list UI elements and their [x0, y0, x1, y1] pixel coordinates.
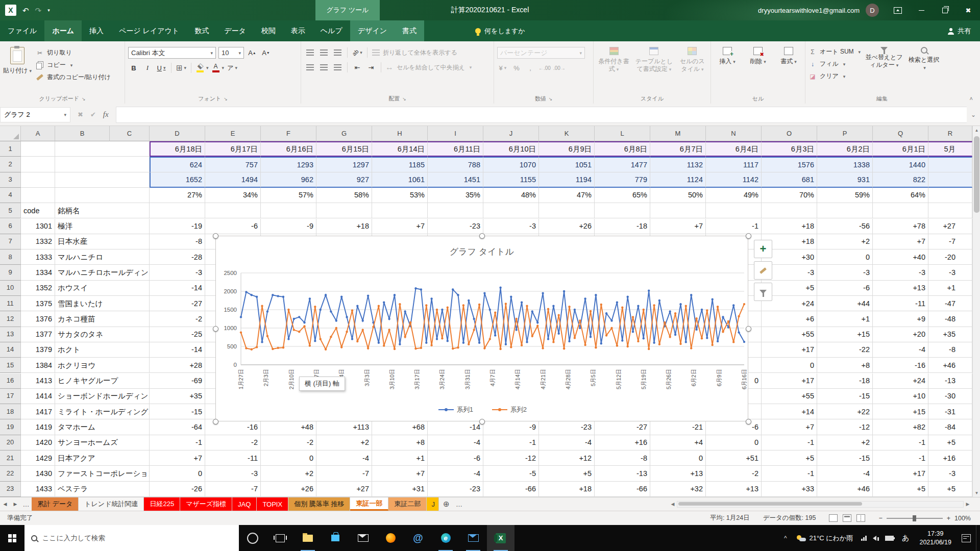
cell-A6[interactable]: 1301: [21, 219, 55, 234]
cell-L4[interactable]: 65%: [595, 188, 650, 203]
sheet-tab-7[interactable]: 個別 騰落率 推移: [288, 497, 350, 511]
cell-F5[interactable]: [261, 203, 316, 218]
cell-M4[interactable]: 50%: [650, 188, 706, 203]
cell-M21[interactable]: 0: [650, 450, 706, 466]
cell-B14[interactable]: ホクト: [55, 342, 150, 358]
row-header-22[interactable]: 22: [0, 466, 21, 481]
close-button[interactable]: ✖: [957, 0, 980, 20]
col-header-H[interactable]: H: [372, 126, 428, 141]
cell-D17[interactable]: +35: [150, 389, 205, 404]
cell-R21[interactable]: +16: [928, 450, 972, 466]
cell-Q18[interactable]: +15: [873, 404, 928, 419]
insert-cells-button[interactable]: + 挿入▾: [714, 43, 741, 94]
cell-A18[interactable]: 1417: [21, 404, 55, 419]
col-header-F[interactable]: F: [261, 126, 316, 141]
firefox-button[interactable]: [377, 525, 404, 551]
cell-B15[interactable]: ホクリヨウ: [55, 358, 150, 373]
cell-K3[interactable]: 1194: [539, 172, 595, 188]
cell-F6[interactable]: -9: [261, 219, 316, 234]
cell-O2[interactable]: 1576: [762, 157, 817, 172]
cell-R16[interactable]: -13: [928, 373, 972, 389]
cell-O15[interactable]: 0: [762, 358, 817, 373]
tab-review[interactable]: 校閲: [254, 20, 283, 41]
row-header-8[interactable]: 8: [0, 249, 21, 265]
cell-L20[interactable]: +16: [595, 435, 650, 450]
dialog-launcher-icon[interactable]: ↘: [82, 96, 86, 102]
cell-M23[interactable]: +32: [650, 482, 706, 497]
row-header-23[interactable]: 23: [0, 482, 21, 497]
file-explorer-button[interactable]: [294, 525, 322, 551]
chart-filters-button[interactable]: [754, 283, 772, 301]
share-button[interactable]: 共有: [948, 20, 971, 41]
cell-B22[interactable]: ファーストコーポレーション: [55, 466, 150, 481]
row-header-1[interactable]: 1: [0, 141, 21, 157]
mail-button[interactable]: [349, 525, 377, 551]
cell-F22[interactable]: +2: [261, 466, 316, 481]
cell-Q3[interactable]: 822: [873, 172, 928, 188]
col-header-A[interactable]: A: [21, 126, 55, 141]
sheet-tab-5[interactable]: JAQ: [232, 497, 257, 511]
cell-M1[interactable]: 6月7日: [650, 141, 706, 157]
cell-P18[interactable]: +22: [817, 404, 873, 419]
cell-B7[interactable]: 日本水産: [55, 234, 150, 249]
cell-Q6[interactable]: +78: [873, 219, 928, 234]
cell-H21[interactable]: +1: [372, 450, 428, 466]
cell-A23[interactable]: 1433: [21, 482, 55, 497]
cell-Q8[interactable]: +40: [873, 249, 928, 265]
row-header-20[interactable]: 20: [0, 435, 21, 450]
hidden-icons-button[interactable]: ^: [779, 535, 792, 542]
tab-home[interactable]: ホーム: [44, 20, 82, 41]
find-select-button[interactable]: 検索と選択▾: [908, 43, 940, 94]
undo-icon[interactable]: ↶: [22, 7, 29, 14]
cell-H5[interactable]: [372, 203, 428, 218]
cell-D6[interactable]: -19: [150, 219, 205, 234]
align-bottom-icon[interactable]: [332, 47, 343, 58]
cell-O13[interactable]: +55: [762, 327, 817, 342]
autosum-button[interactable]: Σオート SUM▾: [808, 47, 861, 56]
cell-H6[interactable]: +7: [372, 219, 428, 234]
scroll-up-icon[interactable]: ▲: [973, 126, 980, 134]
cell-L23[interactable]: -66: [595, 482, 650, 497]
cell-J21[interactable]: -12: [483, 450, 539, 466]
tab-formulas[interactable]: 数式: [187, 20, 216, 41]
cell-L6[interactable]: -18: [595, 219, 650, 234]
cell-A19[interactable]: 1419: [21, 419, 55, 435]
cell-G3[interactable]: 927: [316, 172, 372, 188]
sheet-tab-10[interactable]: J: [427, 497, 439, 511]
excel-button[interactable]: X: [487, 525, 514, 551]
zoom-slider[interactable]: [887, 518, 943, 519]
percent-style-icon[interactable]: %: [511, 62, 522, 73]
cell-G6[interactable]: +18: [316, 219, 372, 234]
cell-R4[interactable]: [928, 188, 972, 203]
restore-button[interactable]: [933, 0, 957, 20]
insert-function-icon[interactable]: fx: [103, 110, 109, 119]
cell-O23[interactable]: +33: [762, 482, 817, 497]
col-header-E[interactable]: E: [205, 126, 261, 141]
cell-I22[interactable]: -4: [428, 466, 483, 481]
cell-D18[interactable]: -15: [150, 404, 205, 419]
cell-A20[interactable]: 1420: [21, 435, 55, 450]
cell-P17[interactable]: -15: [817, 389, 873, 404]
cell-D7[interactable]: -8: [150, 234, 205, 249]
cell-I4[interactable]: 35%: [428, 188, 483, 203]
cell-A3[interactable]: [21, 172, 55, 188]
tab-chart-design[interactable]: デザイン: [350, 20, 395, 41]
vertical-scrollbar[interactable]: ▲ ▼: [972, 126, 980, 497]
cell-P13[interactable]: +15: [817, 327, 873, 342]
tab-scroll-right-icon[interactable]: ▶: [10, 497, 20, 511]
cell-N6[interactable]: -1: [706, 219, 762, 234]
cell-J20[interactable]: -1: [483, 435, 539, 450]
cell-L21[interactable]: -8: [595, 450, 650, 466]
col-header-O[interactable]: O: [762, 126, 817, 141]
cell-Q2[interactable]: 1440: [873, 157, 928, 172]
fill-button[interactable]: ↓フィル▾: [808, 60, 861, 68]
tell-me-search[interactable]: 何をしますか: [475, 20, 525, 41]
cell-D13[interactable]: -25: [150, 327, 205, 342]
cell-D16[interactable]: -69: [150, 373, 205, 389]
cell-P21[interactable]: -15: [817, 450, 873, 466]
sheet-tab-6[interactable]: TOPIX: [257, 497, 288, 511]
tab-more-label[interactable]: …: [453, 497, 464, 511]
cell-E22[interactable]: -3: [205, 466, 261, 481]
cell-B8[interactable]: マルハニチロ: [55, 249, 150, 265]
cell-O18[interactable]: +14: [762, 404, 817, 419]
